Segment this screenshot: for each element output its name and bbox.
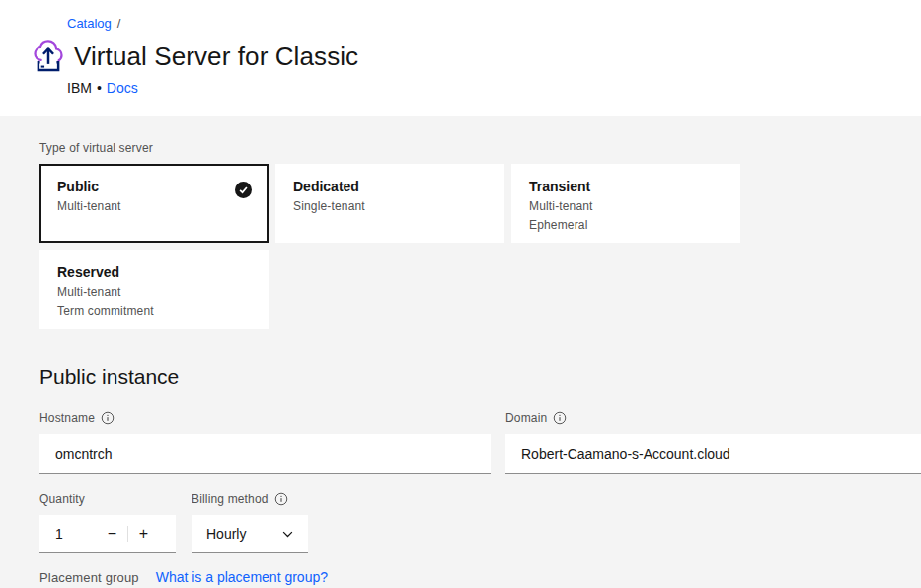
tile-subtitle: Multi-tenant [529, 199, 723, 213]
quantity-decrement-button[interactable]: − [97, 515, 127, 552]
domain-input[interactable] [505, 434, 921, 474]
breadcrumb-catalog-link[interactable]: Catalog [67, 16, 112, 31]
page-title: Virtual Server for Classic [74, 41, 358, 72]
provider-name: IBM [67, 80, 92, 96]
placement-group-label: Placement group [39, 570, 139, 585]
quantity-input[interactable] [39, 515, 97, 552]
domain-label: Domain [505, 411, 921, 425]
cloud-upload-icon [31, 37, 66, 75]
placement-group-link[interactable]: What is a placement group? [156, 569, 328, 585]
tile-subtitle: Term commitment [57, 304, 251, 318]
billing-method-label: Billing method [192, 492, 308, 506]
info-icon[interactable] [553, 411, 567, 425]
type-tile-group: Public Multi-tenant Dedicated Single-ten… [39, 164, 740, 329]
breadcrumb: Catalog/ [67, 0, 921, 31]
hostname-label-text: Hostname [39, 411, 95, 425]
tile-title: Dedicated [293, 179, 487, 194]
quantity-stepper: − + [39, 515, 176, 553]
type-tile-transient[interactable]: Transient Multi-tenant Ephemeral [511, 164, 740, 243]
tile-title: Public [57, 179, 251, 194]
tile-subtitle: Multi-tenant [57, 199, 251, 213]
tile-title: Transient [529, 179, 723, 194]
info-icon[interactable] [101, 411, 115, 425]
main-content: Type of virtual server Public Multi-tena… [0, 141, 921, 585]
hostname-label: Hostname [39, 411, 491, 425]
type-of-virtual-server-label: Type of virtual server [39, 141, 921, 155]
provider-separator: • [97, 80, 102, 96]
quantity-label-text: Quantity [39, 492, 85, 506]
domain-label-text: Domain [505, 411, 547, 425]
tile-title: Reserved [57, 264, 251, 280]
info-icon[interactable] [274, 492, 288, 506]
tile-subtitle: Single-tenant [293, 199, 487, 213]
tile-subtitle: Ephemeral [529, 218, 723, 232]
docs-link[interactable]: Docs [107, 80, 138, 96]
billing-method-value: Hourly [206, 526, 246, 542]
hostname-input[interactable] [39, 434, 491, 474]
billing-method-select[interactable]: Hourly [192, 515, 308, 553]
type-tile-public[interactable]: Public Multi-tenant [39, 164, 269, 243]
quantity-label: Quantity [39, 492, 176, 506]
type-tile-dedicated[interactable]: Dedicated Single-tenant [275, 164, 504, 243]
type-tile-reserved[interactable]: Reserved Multi-tenant Term commitment [39, 250, 269, 329]
tile-subtitle: Multi-tenant [57, 285, 251, 299]
breadcrumb-separator: / [117, 16, 121, 31]
page-header: Catalog/ Virtual Server for Classic IBM•… [0, 0, 921, 116]
selected-checkmark-icon [235, 182, 252, 198]
section-title-public-instance: Public instance [39, 365, 921, 389]
billing-method-label-text: Billing method [192, 492, 269, 506]
quantity-increment-button[interactable]: + [128, 515, 159, 552]
chevron-down-icon [282, 531, 293, 538]
